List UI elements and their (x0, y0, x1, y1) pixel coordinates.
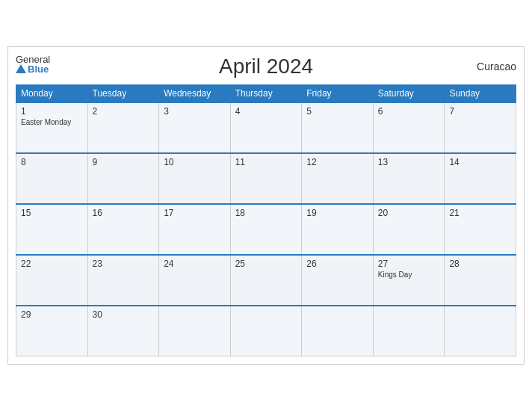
day-number: 11 (235, 157, 297, 167)
header-saturday: Saturday (373, 84, 445, 102)
calendar-cell: 20 (373, 204, 445, 255)
day-number: 25 (235, 259, 297, 269)
calendar-cell (302, 306, 374, 356)
calendar-cell: 3 (159, 102, 231, 153)
calendar-cell: 10 (159, 153, 231, 204)
day-number: 7 (449, 106, 511, 117)
calendar-cell: 11 (230, 153, 302, 204)
calendar-cell: 24 (159, 255, 231, 306)
day-number: 4 (235, 106, 297, 117)
calendar-cell: 8 (16, 153, 88, 204)
day-number: 22 (21, 259, 83, 269)
day-number: 2 (93, 106, 155, 117)
day-number: 12 (306, 157, 368, 167)
calendar-cell: 7 (445, 102, 516, 153)
day-number: 20 (378, 208, 440, 218)
day-number: 1 (21, 106, 83, 117)
week-row-3: 15161718192021 (16, 204, 516, 255)
calendar-cell: 21 (445, 204, 516, 255)
week-row-4: 222324252627Kings Day28 (16, 255, 516, 306)
calendar-cell: 5 (302, 102, 374, 153)
event-label: Kings Day (378, 271, 440, 279)
day-number: 26 (306, 259, 368, 269)
logo-triangle-icon (16, 64, 26, 73)
calendar-cell: 6 (373, 102, 445, 153)
day-number: 23 (93, 259, 155, 269)
calendar-header: General Blue April 2024 Curacao (16, 55, 516, 78)
calendar-cell (159, 306, 231, 356)
logo-general-text: General (16, 55, 50, 64)
calendar-cell: 1Easter Monday (16, 102, 88, 153)
calendar-cell (373, 306, 445, 356)
day-number: 27 (378, 259, 440, 269)
header-monday: Monday (16, 84, 88, 102)
header-thursday: Thursday (230, 84, 302, 102)
day-number: 10 (164, 157, 226, 167)
day-number: 18 (235, 208, 297, 218)
header-friday: Friday (302, 84, 374, 102)
day-number: 8 (21, 157, 83, 167)
day-number: 6 (378, 106, 440, 117)
logo: General Blue (16, 55, 50, 74)
calendar-cell: 17 (159, 204, 231, 255)
header-wednesday: Wednesday (159, 84, 231, 102)
day-number: 16 (93, 208, 155, 218)
calendar-cell: 15 (16, 204, 88, 255)
calendar-cell: 22 (16, 255, 88, 306)
calendar-cell: 2 (87, 102, 159, 153)
calendar-cell (230, 306, 302, 356)
calendar-title: April 2024 (219, 55, 313, 78)
week-row-1: 1Easter Monday234567 (16, 102, 516, 153)
calendar-cell: 16 (87, 204, 159, 255)
day-number: 28 (449, 259, 511, 269)
calendar-cell: 28 (445, 255, 516, 306)
day-number: 21 (449, 208, 511, 218)
day-number: 24 (164, 259, 226, 269)
day-number: 9 (93, 157, 155, 167)
day-number: 17 (164, 208, 226, 218)
calendar-cell (445, 306, 516, 356)
region-label: Curacao (477, 61, 516, 72)
calendar-cell: 30 (87, 306, 159, 356)
weekday-header-row: Monday Tuesday Wednesday Thursday Friday… (16, 84, 516, 102)
day-number: 29 (21, 309, 83, 320)
logo-blue-text: Blue (16, 64, 50, 74)
day-number: 19 (306, 208, 368, 218)
day-number: 15 (21, 208, 83, 218)
calendar-container: General Blue April 2024 Curacao Monday T… (7, 46, 525, 365)
calendar-cell: 27Kings Day (373, 255, 445, 306)
day-number: 5 (306, 106, 368, 117)
calendar-cell: 25 (230, 255, 302, 306)
day-number: 14 (449, 157, 511, 167)
calendar-cell: 12 (302, 153, 374, 204)
week-row-5: 2930 (16, 306, 516, 356)
calendar-cell: 18 (230, 204, 302, 255)
calendar-cell: 19 (302, 204, 374, 255)
week-row-2: 891011121314 (16, 153, 516, 204)
calendar-cell: 13 (373, 153, 445, 204)
day-number: 13 (378, 157, 440, 167)
calendar-cell: 29 (16, 306, 88, 356)
calendar-cell: 9 (87, 153, 159, 204)
calendar-cell: 14 (445, 153, 516, 204)
header-tuesday: Tuesday (87, 84, 159, 102)
calendar-cell: 4 (230, 102, 302, 153)
header-sunday: Sunday (445, 84, 516, 102)
day-number: 30 (93, 309, 155, 320)
calendar-grid: Monday Tuesday Wednesday Thursday Friday… (16, 84, 516, 357)
event-label: Easter Monday (21, 118, 83, 126)
calendar-cell: 26 (302, 255, 374, 306)
calendar-cell: 23 (87, 255, 159, 306)
day-number: 3 (164, 106, 226, 117)
